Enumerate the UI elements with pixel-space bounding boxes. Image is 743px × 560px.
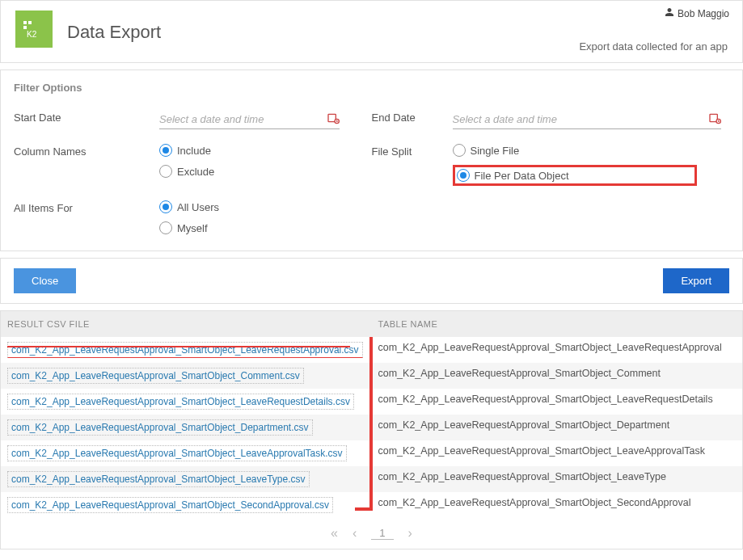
csv-cell: com_K2_App_LeaveRequestApproval_SmartObj… bbox=[1, 337, 372, 363]
results-header: RESULT CSV FILE TABLE NAME bbox=[1, 311, 742, 337]
k2-logo: K2 bbox=[15, 11, 53, 48]
calendar-icon[interactable] bbox=[708, 112, 721, 127]
radio-single-file-label: Single File bbox=[471, 145, 520, 157]
radio-file-per-object[interactable]: File Per Data Object bbox=[457, 169, 569, 182]
svg-rect-2 bbox=[23, 26, 27, 29]
results-body: com_K2_App_LeaveRequestApproval_SmartObj… bbox=[1, 337, 742, 518]
column-names-radio-group: Include Exclude bbox=[159, 144, 340, 178]
pager-next-icon[interactable]: › bbox=[408, 526, 412, 541]
table-name-cell: com_K2_App_LeaveRequestApproval_SmartObj… bbox=[372, 466, 743, 492]
csv-cell: com_K2_App_LeaveRequestApproval_SmartObj… bbox=[1, 363, 372, 389]
csv-download-link[interactable]: com_K2_App_LeaveRequestApproval_SmartObj… bbox=[7, 471, 310, 487]
csv-cell: com_K2_App_LeaveRequestApproval_SmartObj… bbox=[1, 389, 372, 415]
all-items-label: All Items For bbox=[14, 200, 159, 214]
table-name-cell: com_K2_App_LeaveRequestApproval_SmartObj… bbox=[372, 337, 743, 363]
end-date-placeholder: Select a date and time bbox=[453, 113, 709, 125]
radio-include[interactable]: Include bbox=[159, 144, 340, 157]
svg-rect-1 bbox=[28, 21, 32, 24]
radio-include-label: Include bbox=[177, 145, 211, 157]
table-row: com_K2_App_LeaveRequestApproval_SmartObj… bbox=[1, 337, 742, 363]
filter-panel-title: Filter Options bbox=[14, 82, 729, 94]
close-button[interactable]: Close bbox=[14, 268, 76, 293]
filter-panel: Filter Options Start Date Select a date … bbox=[0, 69, 743, 251]
end-date-input[interactable]: Select a date and time bbox=[453, 110, 722, 129]
csv-download-link[interactable]: com_K2_App_LeaveRequestApproval_SmartObj… bbox=[7, 497, 333, 513]
table-row: com_K2_App_LeaveRequestApproval_SmartObj… bbox=[1, 440, 742, 466]
table-name-cell: com_K2_App_LeaveRequestApproval_SmartObj… bbox=[372, 363, 743, 389]
csv-cell: com_K2_App_LeaveRequestApproval_SmartObj… bbox=[1, 492, 372, 518]
page-subtitle: Export data collected for an app bbox=[579, 40, 728, 53]
table-name-cell: com_K2_App_LeaveRequestApproval_SmartObj… bbox=[372, 440, 743, 466]
radio-exclude-label: Exclude bbox=[177, 166, 214, 178]
table-name-cell: com_K2_App_LeaveRequestApproval_SmartObj… bbox=[372, 492, 743, 518]
file-split-label: File Split bbox=[372, 144, 453, 158]
table-row: com_K2_App_LeaveRequestApproval_SmartObj… bbox=[1, 466, 742, 492]
pager: « ‹ 1 › bbox=[1, 518, 742, 549]
page-title: Data Export bbox=[67, 22, 161, 43]
table-name-cell: com_K2_App_LeaveRequestApproval_SmartObj… bbox=[372, 415, 743, 440]
pager-page-number[interactable]: 1 bbox=[371, 527, 393, 540]
user-icon bbox=[665, 7, 674, 19]
all-items-radio-group: All Users Myself bbox=[159, 200, 340, 234]
file-split-radio-group: Single File File Per Data Object bbox=[453, 144, 698, 186]
action-bar: Close Export bbox=[0, 258, 743, 304]
radio-single-file[interactable]: Single File bbox=[453, 144, 698, 157]
csv-cell: com_K2_App_LeaveRequestApproval_SmartObj… bbox=[1, 466, 372, 492]
radio-all-users[interactable]: All Users bbox=[159, 200, 340, 213]
radio-all-users-label: All Users bbox=[177, 201, 219, 213]
user-area[interactable]: Bob Maggio bbox=[665, 7, 729, 19]
col-header-table: TABLE NAME bbox=[372, 311, 743, 337]
header-bar: K2 Data Export Bob Maggio Export data co… bbox=[0, 0, 743, 63]
start-date-input[interactable]: Select a date and time bbox=[159, 110, 340, 129]
radio-myself[interactable]: Myself bbox=[159, 221, 340, 234]
export-button[interactable]: Export bbox=[663, 268, 729, 293]
calendar-icon[interactable] bbox=[327, 112, 340, 127]
csv-cell: com_K2_App_LeaveRequestApproval_SmartObj… bbox=[1, 415, 372, 440]
csv-download-link[interactable]: com_K2_App_LeaveRequestApproval_SmartObj… bbox=[7, 342, 363, 358]
radio-myself-label: Myself bbox=[177, 222, 208, 234]
column-names-label: Column Names bbox=[14, 144, 159, 158]
csv-cell: com_K2_App_LeaveRequestApproval_SmartObj… bbox=[1, 440, 372, 466]
table-row: com_K2_App_LeaveRequestApproval_SmartObj… bbox=[1, 492, 742, 518]
radio-exclude[interactable]: Exclude bbox=[159, 165, 340, 178]
results-panel: RESULT CSV FILE TABLE NAME com_K2_App_Le… bbox=[0, 310, 743, 549]
start-date-label: Start Date bbox=[14, 110, 159, 124]
pager-first-icon[interactable]: « bbox=[331, 526, 338, 541]
csv-download-link[interactable]: com_K2_App_LeaveRequestApproval_SmartObj… bbox=[7, 419, 313, 436]
table-row: com_K2_App_LeaveRequestApproval_SmartObj… bbox=[1, 363, 742, 389]
pager-prev-icon[interactable]: ‹ bbox=[353, 526, 357, 541]
table-name-cell: com_K2_App_LeaveRequestApproval_SmartObj… bbox=[372, 389, 743, 415]
table-row: com_K2_App_LeaveRequestApproval_SmartObj… bbox=[1, 415, 742, 440]
svg-text:K2: K2 bbox=[27, 30, 37, 39]
file-per-object-highlight: File Per Data Object bbox=[453, 165, 698, 186]
user-name: Bob Maggio bbox=[678, 8, 729, 19]
table-row: com_K2_App_LeaveRequestApproval_SmartObj… bbox=[1, 389, 742, 415]
col-header-csv: RESULT CSV FILE bbox=[1, 311, 372, 337]
csv-download-link[interactable]: com_K2_App_LeaveRequestApproval_SmartObj… bbox=[7, 394, 354, 410]
radio-file-per-object-label: File Per Data Object bbox=[475, 170, 569, 182]
csv-download-link[interactable]: com_K2_App_LeaveRequestApproval_SmartObj… bbox=[7, 445, 347, 461]
csv-download-link[interactable]: com_K2_App_LeaveRequestApproval_SmartObj… bbox=[7, 368, 304, 384]
start-date-placeholder: Select a date and time bbox=[159, 113, 327, 125]
svg-rect-0 bbox=[23, 21, 27, 24]
end-date-label: End Date bbox=[372, 110, 453, 124]
